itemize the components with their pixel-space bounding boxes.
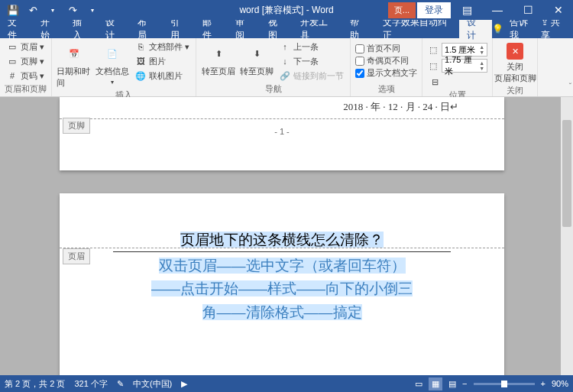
- goto-footer-icon: ⬇: [246, 43, 267, 64]
- diff-oddeven-checkbox[interactable]: 奇偶页不同: [355, 55, 417, 66]
- link-icon: 🔗: [279, 70, 291, 82]
- tab-home[interactable]: 开始: [33, 20, 66, 38]
- header-button[interactable]: ▭页眉 ▾: [5, 40, 46, 53]
- group-label: 导航: [201, 83, 345, 96]
- language-indicator[interactable]: 中文(中国): [133, 378, 172, 390]
- goto-header-button[interactable]: ⬆转至页眉: [201, 40, 236, 77]
- diff-first-checkbox[interactable]: 首页不同: [355, 43, 417, 54]
- group-insert: 📅日期和时间 📄文档信息▾ ⎘文档部件 ▾ 🖼图片 🌐联机图片 插入: [52, 38, 196, 96]
- login-button[interactable]: 登录: [417, 2, 451, 18]
- docparts-button[interactable]: ⎘文档部件 ▾: [133, 40, 191, 53]
- picture-icon: 🖼: [134, 55, 147, 67]
- tab-developer[interactable]: 开发工具: [293, 20, 342, 38]
- page-indicator[interactable]: 第 2 页，共 2 页: [5, 378, 65, 390]
- goto-footer-button[interactable]: ⬇转至页脚: [239, 40, 274, 77]
- tab-mailings[interactable]: 邮件: [195, 20, 228, 38]
- tab-help[interactable]: 帮助: [342, 20, 375, 38]
- page-2: 页眉地下的这条横线怎么清除？ 页眉 双击页眉——选中文字（或者回车符） ——点击…: [60, 193, 504, 375]
- tab-design[interactable]: 设计: [98, 20, 131, 38]
- ribbon-display-icon[interactable]: ▤: [452, 0, 481, 20]
- group-label: 关闭: [497, 84, 533, 98]
- group-options: 首页不同 奇偶页不同 显示文档文字 选项: [351, 38, 422, 96]
- spellcheck-icon[interactable]: ✎: [117, 379, 124, 389]
- group-label: 选项: [355, 83, 417, 96]
- web-layout-icon[interactable]: ▤: [448, 379, 456, 389]
- show-doctext-checkbox[interactable]: 显示文档文字: [355, 67, 417, 79]
- tab-insert[interactable]: 插入: [65, 20, 98, 38]
- macro-icon[interactable]: ▶: [181, 379, 187, 389]
- close-header-footer-button[interactable]: ✕ 关闭 页眉和页脚: [497, 40, 533, 84]
- minimize-icon[interactable]: —: [483, 0, 512, 20]
- qat-customize-icon[interactable]: ▾: [84, 2, 101, 18]
- redo-icon[interactable]: ↷: [64, 2, 81, 18]
- header-tag: 页眉: [63, 248, 90, 264]
- header-title-text[interactable]: 页眉地下的这条横线怎么清除？: [60, 193, 504, 250]
- zoom-slider[interactable]: [474, 383, 535, 385]
- group-header-footer: ▭页眉 ▾ ▭页脚 ▾ #页码 ▾ 页眉和页脚: [0, 38, 52, 96]
- tab-references[interactable]: 引用: [163, 20, 196, 38]
- undo-icon[interactable]: ↶: [24, 2, 41, 18]
- header-margin-icon: ⬚: [427, 44, 439, 56]
- page-1: 2018 · 年 · 12 · 月 · 24 · 日↵ 页脚 - 1 -: [60, 97, 504, 170]
- zoom-out-button[interactable]: −: [462, 379, 467, 388]
- zoom-level[interactable]: 90%: [552, 379, 568, 388]
- align-tab-button[interactable]: ⊟: [427, 75, 487, 89]
- vertical-scrollbar[interactable]: [561, 97, 573, 375]
- titlebar: 💾 ↶ ▾ ↷ ▾ word [兼容模式] - Word 页... 登录 ▤ —…: [0, 0, 573, 20]
- tab-texteffect[interactable]: 文字效果自动纠正: [375, 20, 459, 38]
- read-mode-icon[interactable]: ▭: [415, 379, 422, 389]
- tab-view[interactable]: 视图: [261, 20, 293, 38]
- maximize-icon[interactable]: ☐: [513, 0, 542, 20]
- header-icon: ▭: [6, 40, 18, 53]
- ribbon-tabs: 文件 开始 插入 设计 布局 引用 邮件 审阅 视图 开发工具 帮助 文字效果自…: [0, 20, 573, 38]
- page-number-text[interactable]: - 1 -: [60, 119, 504, 144]
- titlebar-right: 页... 登录 ▤ — ☐ ✕: [388, 0, 573, 20]
- footer-icon: ▭: [6, 55, 18, 67]
- header-date-text[interactable]: 2018 · 年 · 12 · 月 · 24 · 日↵: [60, 97, 504, 114]
- online-picture-icon: 🌐: [134, 70, 147, 82]
- pictures-button[interactable]: 🖼图片: [133, 54, 191, 68]
- group-label: 页眉和页脚: [5, 83, 47, 96]
- undo-dropdown-icon[interactable]: ▾: [44, 2, 61, 18]
- close-icon[interactable]: ✕: [544, 0, 573, 20]
- tellme-icon: 💡: [492, 24, 503, 34]
- body-text[interactable]: 双击页眉——选中文字（或者回车符） ——点击开始——样式——向下的小倒三 角——…: [60, 248, 504, 330]
- document-area[interactable]: 2018 · 年 · 12 · 月 · 24 · 日↵ 页脚 - 1 - 页眉地…: [0, 97, 573, 375]
- docinfo-icon: 📄: [102, 43, 123, 64]
- tab-headerfooter-design[interactable]: 设计: [459, 20, 492, 38]
- footer-from-bottom-input[interactable]: ⬚ 1.75 厘米▲▼: [427, 59, 487, 73]
- next-icon: ↓: [279, 55, 291, 67]
- datetime-button[interactable]: 📅日期和时间: [57, 40, 92, 89]
- ribbon: ▭页眉 ▾ ▭页脚 ▾ #页码 ▾ 页眉和页脚 📅日期和时间 📄文档信息▾ ⎘文…: [0, 38, 573, 97]
- online-pictures-button[interactable]: 🌐联机图片: [133, 69, 191, 83]
- previous-button[interactable]: ↑上一条: [277, 40, 345, 53]
- zoom-in-button[interactable]: +: [541, 379, 545, 388]
- tab-review[interactable]: 审阅: [228, 20, 261, 38]
- save-icon[interactable]: 💾: [5, 2, 21, 18]
- scroll-thumb[interactable]: [562, 120, 571, 227]
- contextual-tab-header: 页...: [388, 2, 416, 18]
- page-number-button[interactable]: #页码 ▾: [5, 69, 46, 83]
- footer-margin-icon: ⬚: [427, 60, 439, 72]
- docinfo-button[interactable]: 📄文档信息▾: [95, 40, 130, 86]
- tab-layout[interactable]: 布局: [130, 20, 163, 38]
- tab-file[interactable]: 文件: [0, 20, 33, 38]
- print-layout-icon[interactable]: ▦: [429, 377, 442, 390]
- close-x-icon: ✕: [507, 43, 523, 60]
- group-navigation: ⬆转至页眉 ⬇转至页脚 ↑上一条 ↓下一条 🔗链接到前一节 导航: [196, 38, 351, 96]
- goto-header-icon: ⬆: [208, 43, 229, 64]
- footer-tag: 页脚: [63, 118, 90, 134]
- statusbar: 第 2 页，共 2 页 321 个字 ✎ 中文(中国) ▶ ▭ ▦ ▤ − + …: [0, 375, 573, 392]
- header-underline: [113, 251, 451, 252]
- group-close: ✕ 关闭 页眉和页脚 关闭: [493, 38, 538, 96]
- page-number-icon: #: [6, 70, 18, 82]
- docparts-icon: ⎘: [134, 40, 147, 53]
- footer-button[interactable]: ▭页脚 ▾: [5, 54, 46, 68]
- share-button[interactable]: ⇪ 共享: [541, 16, 567, 42]
- group-position: ⬚ 1.5 厘米▲▼ ⬚ 1.75 厘米▲▼ ⊟ 位置: [422, 38, 493, 96]
- link-previous-button[interactable]: 🔗链接到前一节: [277, 69, 345, 83]
- word-count[interactable]: 321 个字: [74, 378, 107, 390]
- prev-icon: ↑: [279, 40, 291, 53]
- next-button[interactable]: ↓下一条: [277, 54, 345, 68]
- collapse-ribbon-icon[interactable]: ˇ: [569, 83, 571, 91]
